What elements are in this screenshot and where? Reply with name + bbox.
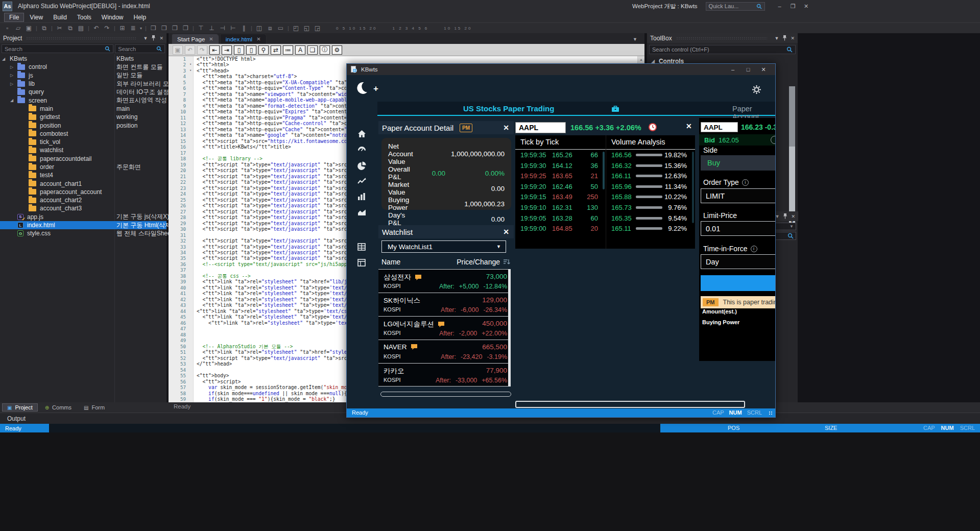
pie-chart-icon[interactable] [357, 161, 366, 170]
fold-icon[interactable] [188, 361, 194, 367]
fold-icon[interactable] [188, 191, 194, 197]
fold-icon[interactable] [188, 308, 194, 314]
tree-item[interactable]: S app.js 기본 구동 js(삭제X) [0, 213, 166, 221]
toolbar-icon[interactable]: ▭ [275, 25, 286, 32]
fold-icon[interactable] [188, 391, 194, 396]
fold-icon[interactable]: ▾ [188, 62, 194, 67]
info-icon[interactable]: i [742, 179, 749, 186]
toolbar-icon[interactable]: ⊥ [206, 25, 217, 32]
fold-icon[interactable] [188, 214, 194, 220]
fold-icon[interactable] [188, 115, 194, 120]
toolbar-icon[interactable]: | [112, 25, 117, 31]
toolbar-icon[interactable]: ▤ [76, 25, 86, 32]
tree-item[interactable]: ▷ control 화면 컨트롤 모듈 [0, 63, 166, 71]
editor-toolbar-icon[interactable]: ❏ [307, 45, 318, 55]
fold-icon[interactable] [188, 273, 194, 279]
sort-descending-icon[interactable] [503, 259, 510, 265]
time-in-force-select[interactable]: Day [701, 254, 775, 269]
fold-icon[interactable] [188, 250, 194, 255]
tree-expand-icon[interactable]: ◢ [2, 57, 9, 61]
fold-icon[interactable] [188, 150, 194, 156]
toolbar-icon[interactable]: ❒ [148, 25, 159, 32]
fold-icon[interactable] [188, 297, 194, 302]
watchlist-row[interactable]: LG에너지솔루션 KOSPI 450,000 After: -2,000 +22… [378, 316, 510, 340]
toolbar-icon[interactable]: ⧉ [65, 25, 76, 32]
order-symbol-input[interactable]: AAPL [701, 122, 738, 132]
editor-toolbar-icon[interactable]: ≔ [283, 45, 293, 55]
gear-icon[interactable] [752, 85, 761, 94]
watchlist-hscrollbar[interactable] [380, 392, 511, 397]
fold-icon[interactable] [188, 127, 194, 132]
toolbar-icon[interactable]: ❐ [170, 25, 180, 32]
fold-icon[interactable] [188, 367, 194, 373]
editor-toolbar-icon[interactable]: ▣ [173, 45, 183, 55]
editor-toolbar-icon[interactable]: ⇤ [209, 45, 220, 55]
toolbar-icon[interactable]: ❒ [159, 25, 170, 32]
toolbar-icon[interactable]: ▱ [13, 25, 23, 32]
side-select[interactable]: Buy [701, 155, 775, 171]
fold-icon[interactable] [188, 179, 194, 185]
table-grid-icon[interactable] [357, 243, 366, 251]
toolbar-icon[interactable]: | [144, 25, 148, 31]
fold-icon[interactable] [188, 337, 194, 343]
toolbar-icon[interactable]: ✂ [54, 25, 65, 32]
menu-item[interactable]: Build [49, 13, 71, 21]
fold-icon[interactable] [188, 203, 194, 208]
toolbar-icon[interactable]: | [86, 25, 91, 31]
fold-icon[interactable] [188, 167, 194, 173]
fold-icon[interactable] [188, 326, 194, 331]
fold-icon[interactable] [188, 355, 194, 361]
close-icon[interactable]: ✕ [159, 36, 163, 41]
fold-icon[interactable] [188, 138, 194, 144]
fold-icon[interactable] [188, 197, 194, 203]
restore-button[interactable]: ❐ [786, 3, 800, 10]
tree-item[interactable]: ▷ js 일반 모듈 [0, 71, 166, 80]
info-icon[interactable]: i [751, 246, 757, 252]
limit-price-input[interactable]: 0.01 [701, 221, 775, 236]
close-icon[interactable]: ✕ [503, 228, 509, 236]
fold-icon[interactable] [188, 85, 194, 91]
close-button[interactable]: ✕ [756, 66, 771, 73]
toolbar-icon[interactable]: ◱ [301, 25, 312, 32]
menu-item[interactable]: Help [129, 13, 151, 21]
fold-icon[interactable] [188, 373, 194, 378]
fold-icon[interactable] [188, 120, 194, 126]
minimize-button[interactable]: – [773, 3, 786, 10]
fold-icon[interactable] [188, 226, 194, 232]
menu-item[interactable]: View [25, 13, 47, 21]
tree-expand-icon[interactable]: ◢ [10, 98, 17, 103]
tab-us-stocks-paper-trading[interactable]: US Stocks Paper Trading [463, 104, 554, 113]
restore-button[interactable]: □ [740, 66, 756, 73]
fold-icon[interactable] [188, 244, 194, 250]
submit-order-button[interactable] [701, 275, 775, 291]
fold-icon[interactable] [188, 209, 194, 214]
toolbox-search-input[interactable]: Search control (Ctrl+F) [649, 45, 796, 54]
fold-icon[interactable] [188, 185, 194, 191]
editor-toolbar-icon[interactable]: ▯ [246, 45, 256, 55]
toolbox-scrollbar[interactable]: ▼ [789, 86, 795, 225]
toolbar-icon[interactable]: | [191, 25, 196, 31]
fold-icon[interactable] [188, 232, 194, 238]
fold-icon[interactable] [188, 379, 194, 384]
tree-item[interactable]: ◢ KBwts KBwts [0, 55, 166, 63]
resize-grip[interactable] [769, 411, 773, 416]
add-icon[interactable]: + [373, 84, 378, 94]
tree-item[interactable]: paperaccount_account [0, 188, 166, 196]
watchlist-row[interactable]: 카카오 KOSPI 77,900 After: -33,000 +65.56% [378, 363, 510, 387]
close-icon[interactable]: ✕ [256, 36, 260, 42]
scrollbar-thumb[interactable] [789, 86, 795, 147]
toolbar-icon[interactable]: | [50, 25, 54, 31]
pin-icon[interactable] [151, 35, 156, 41]
toolbar-icon[interactable]: ≣ [128, 25, 138, 32]
tree-item[interactable]: account_chart2 [0, 196, 166, 204]
area-chart-icon[interactable] [357, 208, 366, 216]
watchlist-row[interactable]: SK하이닉스 KOSPI 129,000 After: -6,000 -26.3… [378, 293, 510, 316]
tree-item[interactable]: L index.html 기본 구동 Html(삭제X) [0, 221, 166, 229]
tree-item[interactable]: account_chart1 [0, 179, 166, 187]
fold-icon[interactable] [188, 261, 194, 267]
editor-tab[interactable]: Start Page ✕ [172, 34, 219, 44]
toolbar-icon[interactable]: | [249, 25, 254, 31]
tree-item[interactable]: combotest [0, 130, 166, 138]
toolbar-icon[interactable]: ▣ [23, 25, 34, 32]
fold-icon[interactable] [188, 291, 194, 296]
